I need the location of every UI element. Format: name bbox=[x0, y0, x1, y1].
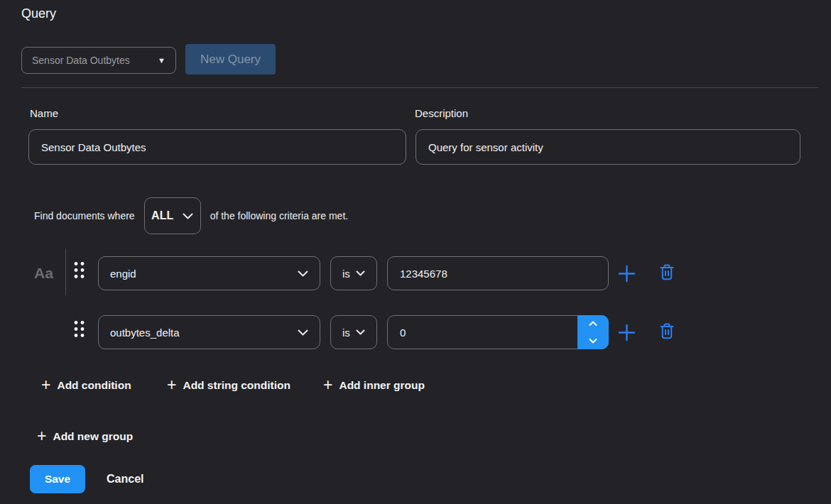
drag-handle-icon[interactable] bbox=[72, 319, 86, 339]
add-string-condition-link[interactable]: + Add string condition bbox=[167, 376, 290, 395]
cancel-button[interactable]: Cancel bbox=[107, 465, 143, 493]
field-select-row2[interactable]: outbytes_delta bbox=[98, 315, 320, 349]
number-spinner bbox=[577, 315, 609, 349]
dropdown-caret-icon: ▼ bbox=[158, 56, 165, 65]
chevron-down-icon bbox=[298, 270, 308, 277]
description-input[interactable] bbox=[416, 129, 800, 165]
name-label: Name bbox=[30, 107, 58, 119]
saved-query-select[interactable]: Sensor Data Outbytes ▼ bbox=[21, 47, 176, 74]
saved-query-select-value: Sensor Data Outbytes bbox=[32, 55, 130, 66]
value-input-row2[interactable] bbox=[387, 315, 609, 349]
plus-icon: + bbox=[167, 377, 176, 393]
operator-select-row2[interactable]: is bbox=[330, 315, 377, 349]
spinner-up-button[interactable] bbox=[577, 315, 609, 332]
spinner-down-button[interactable] bbox=[577, 332, 609, 349]
add-inner-group-label: Add inner group bbox=[339, 379, 425, 392]
query-builder-screen: Query Sensor Data Outbytes ▼ New Query N… bbox=[0, 0, 831, 504]
match-mode-select[interactable]: ALL bbox=[144, 197, 201, 234]
add-condition-label: Add condition bbox=[57, 379, 131, 392]
description-label: Description bbox=[415, 107, 468, 119]
chevron-down-icon bbox=[183, 213, 193, 219]
criteria-intro-line: Find documents where ALL of the followin… bbox=[34, 197, 348, 234]
string-case-indicator: Aa bbox=[34, 256, 53, 290]
match-mode-value: ALL bbox=[151, 209, 173, 222]
operator-select-row2-value: is bbox=[342, 327, 350, 339]
plus-icon: + bbox=[41, 377, 50, 393]
add-condition-after-row1-button[interactable] bbox=[617, 264, 636, 283]
value-input-row1[interactable] bbox=[387, 256, 609, 290]
field-select-row1[interactable]: engid bbox=[98, 256, 320, 290]
operator-select-row1-value: is bbox=[342, 268, 350, 280]
chevron-down-icon bbox=[589, 338, 597, 344]
row-divider-line bbox=[65, 248, 66, 295]
add-condition-link[interactable]: + Add condition bbox=[41, 376, 131, 395]
add-inner-group-link[interactable]: + Add inner group bbox=[323, 376, 425, 395]
number-input-row2-wrapper bbox=[387, 315, 609, 349]
delete-row2-button[interactable] bbox=[659, 322, 675, 340]
plus-icon bbox=[617, 264, 636, 283]
plus-icon: + bbox=[323, 377, 332, 393]
operator-select-row1[interactable]: is bbox=[330, 256, 377, 290]
chevron-down-icon bbox=[298, 329, 308, 336]
chevron-down-icon bbox=[356, 329, 365, 335]
chevron-down-icon bbox=[356, 270, 365, 276]
name-input[interactable] bbox=[28, 129, 406, 165]
add-string-condition-label: Add string condition bbox=[183, 379, 290, 392]
page-title: Query bbox=[21, 6, 56, 21]
add-new-group-label: Add new group bbox=[53, 430, 133, 443]
add-new-group-link[interactable]: + Add new group bbox=[37, 427, 133, 447]
new-query-button[interactable]: New Query bbox=[185, 44, 276, 75]
trash-icon bbox=[659, 263, 675, 281]
field-select-row1-value: engid bbox=[110, 268, 136, 280]
plus-icon: + bbox=[37, 428, 46, 444]
trash-icon bbox=[659, 322, 675, 340]
delete-row1-button[interactable] bbox=[659, 263, 675, 281]
criteria-suffix-text: of the following criteria are met. bbox=[210, 210, 349, 221]
chevron-up-icon bbox=[589, 321, 597, 327]
field-select-row2-value: outbytes_delta bbox=[110, 327, 180, 339]
add-condition-after-row2-button[interactable] bbox=[617, 323, 636, 342]
drag-handle-icon[interactable] bbox=[72, 260, 86, 280]
plus-icon bbox=[617, 323, 636, 342]
criteria-prefix-text: Find documents where bbox=[34, 210, 135, 221]
section-divider bbox=[21, 87, 818, 88]
save-button[interactable]: Save bbox=[30, 465, 85, 493]
